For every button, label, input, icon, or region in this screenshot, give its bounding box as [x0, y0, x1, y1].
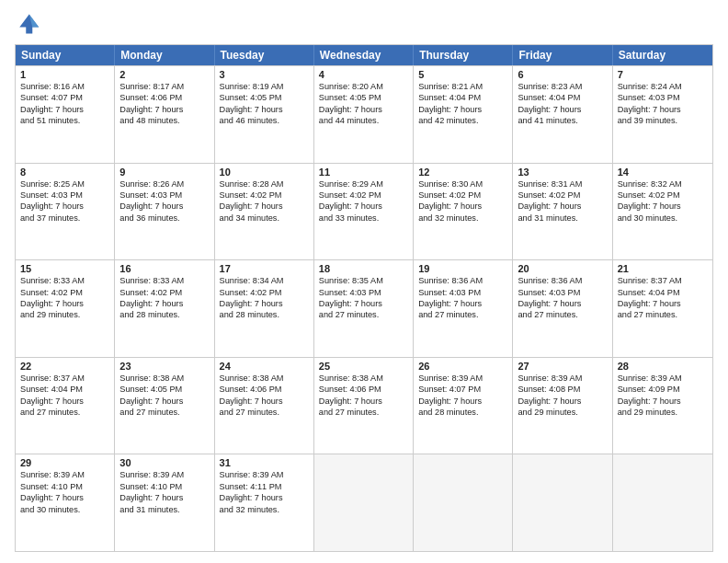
- day-header-monday: Monday: [115, 45, 214, 65]
- day-info-line: Daylight: 7 hours: [618, 201, 708, 212]
- empty-cell: [513, 454, 612, 551]
- day-info-line: Daylight: 7 hours: [119, 104, 209, 115]
- day-info-line: Sunrise: 8:28 AM: [220, 178, 309, 190]
- day-info-line: Sunset: 4:09 PM: [618, 384, 708, 395]
- day-info-line: Daylight: 7 hours: [20, 104, 109, 115]
- calendar-week-4: 22Sunrise: 8:37 AMSunset: 4:04 PMDayligh…: [16, 357, 712, 454]
- day-info-line: and 37 minutes.: [20, 213, 109, 224]
- day-info-line: Sunset: 4:02 PM: [119, 287, 209, 298]
- calendar-week-2: 8Sunrise: 8:25 AMSunset: 4:03 PMDaylight…: [16, 163, 712, 260]
- day-number: 2: [119, 69, 209, 80]
- day-info-line: and 29 minutes.: [618, 407, 708, 418]
- day-cell-12: 12Sunrise: 8:30 AMSunset: 4:02 PMDayligh…: [414, 164, 513, 260]
- day-info-line: and 33 minutes.: [319, 213, 408, 224]
- day-cell-25: 25Sunrise: 8:38 AMSunset: 4:06 PMDayligh…: [314, 358, 414, 454]
- day-number: 3: [220, 69, 309, 80]
- calendar-week-1: 1Sunrise: 8:16 AMSunset: 4:07 PMDaylight…: [16, 65, 712, 163]
- day-info-line: Sunrise: 8:38 AM: [319, 373, 408, 384]
- day-number: 7: [618, 69, 708, 80]
- calendar-week-3: 15Sunrise: 8:33 AMSunset: 4:02 PMDayligh…: [16, 259, 712, 357]
- day-info-line: Sunrise: 8:25 AM: [20, 178, 109, 190]
- day-info-line: and 28 minutes.: [418, 407, 507, 418]
- day-number: 21: [618, 263, 708, 274]
- day-cell-31: 31Sunrise: 8:39 AMSunset: 4:11 PMDayligh…: [215, 454, 314, 551]
- day-number: 23: [119, 361, 209, 372]
- day-number: 24: [220, 361, 309, 372]
- day-info-line: Sunrise: 8:24 AM: [618, 81, 708, 92]
- day-cell-1: 1Sunrise: 8:16 AMSunset: 4:07 PMDaylight…: [16, 66, 115, 163]
- day-info-line: Sunrise: 8:26 AM: [119, 178, 209, 190]
- day-info-line: Daylight: 7 hours: [20, 201, 109, 212]
- day-info-line: Daylight: 7 hours: [518, 396, 607, 407]
- day-info-line: Daylight: 7 hours: [418, 104, 507, 115]
- day-info-line: Daylight: 7 hours: [220, 492, 309, 503]
- day-info-line: Sunrise: 8:21 AM: [418, 81, 507, 92]
- day-info-line: Sunrise: 8:19 AM: [220, 81, 309, 92]
- day-info-line: Sunset: 4:07 PM: [418, 384, 507, 395]
- day-info-line: Sunrise: 8:31 AM: [518, 178, 607, 190]
- day-info-line: and 27 minutes.: [319, 309, 408, 320]
- day-header-tuesday: Tuesday: [215, 45, 314, 65]
- day-info-line: Sunrise: 8:39 AM: [220, 469, 309, 480]
- day-cell-23: 23Sunrise: 8:38 AMSunset: 4:05 PMDayligh…: [115, 358, 214, 454]
- day-cell-8: 8Sunrise: 8:25 AMSunset: 4:03 PMDaylight…: [16, 164, 115, 260]
- day-info-line: and 27 minutes.: [518, 309, 607, 320]
- day-info-line: Sunrise: 8:37 AM: [618, 275, 708, 286]
- day-info-line: Sunrise: 8:23 AM: [518, 81, 607, 92]
- day-info-line: Sunset: 4:02 PM: [220, 190, 309, 201]
- day-info-line: Daylight: 7 hours: [119, 492, 209, 503]
- calendar-body: 1Sunrise: 8:16 AMSunset: 4:07 PMDaylight…: [16, 65, 712, 551]
- day-info-line: Sunset: 4:04 PM: [20, 384, 109, 395]
- day-cell-22: 22Sunrise: 8:37 AMSunset: 4:04 PMDayligh…: [16, 358, 115, 454]
- day-info-line: Sunrise: 8:20 AM: [319, 81, 408, 92]
- day-info-line: Daylight: 7 hours: [220, 104, 309, 115]
- day-number: 6: [518, 69, 607, 80]
- calendar-week-5: 29Sunrise: 8:39 AMSunset: 4:10 PMDayligh…: [16, 454, 712, 551]
- day-info-line: and 31 minutes.: [119, 504, 209, 515]
- day-info-line: Sunrise: 8:16 AM: [20, 81, 109, 92]
- day-cell-20: 20Sunrise: 8:36 AMSunset: 4:03 PMDayligh…: [513, 260, 612, 357]
- day-header-sunday: Sunday: [16, 45, 115, 65]
- day-info-line: Sunset: 4:10 PM: [20, 481, 109, 492]
- day-cell-11: 11Sunrise: 8:29 AMSunset: 4:02 PMDayligh…: [314, 164, 414, 260]
- day-info-line: and 48 minutes.: [119, 115, 209, 126]
- day-info-line: Sunrise: 8:33 AM: [20, 275, 109, 286]
- day-info-line: Sunrise: 8:39 AM: [618, 373, 708, 384]
- day-number: 4: [319, 69, 408, 80]
- day-cell-15: 15Sunrise: 8:33 AMSunset: 4:02 PMDayligh…: [16, 260, 115, 357]
- day-number: 13: [518, 167, 607, 178]
- day-info-line: and 27 minutes.: [418, 309, 507, 320]
- day-info-line: Daylight: 7 hours: [220, 396, 309, 407]
- day-number: 12: [418, 167, 507, 178]
- day-number: 27: [518, 361, 607, 372]
- day-cell-21: 21Sunrise: 8:37 AMSunset: 4:04 PMDayligh…: [613, 260, 712, 357]
- day-info-line: Sunset: 4:03 PM: [319, 287, 408, 298]
- day-info-line: and 30 minutes.: [20, 504, 109, 515]
- day-info-line: Sunrise: 8:29 AM: [319, 178, 408, 190]
- day-number: 11: [319, 167, 408, 178]
- day-number: 1: [20, 69, 109, 80]
- day-number: 31: [220, 457, 309, 468]
- day-info-line: Daylight: 7 hours: [119, 298, 209, 309]
- day-info-line: Daylight: 7 hours: [20, 492, 109, 503]
- day-info-line: Daylight: 7 hours: [418, 201, 507, 212]
- day-number: 22: [20, 361, 109, 372]
- day-cell-18: 18Sunrise: 8:35 AMSunset: 4:03 PMDayligh…: [314, 260, 414, 357]
- day-info-line: Daylight: 7 hours: [518, 201, 607, 212]
- day-info-line: Sunset: 4:03 PM: [20, 190, 109, 201]
- day-info-line: Sunrise: 8:35 AM: [319, 275, 408, 286]
- day-info-line: and 27 minutes.: [220, 407, 309, 418]
- day-info-line: Sunset: 4:02 PM: [618, 190, 708, 201]
- day-info-line: Sunset: 4:05 PM: [319, 92, 408, 103]
- day-info-line: Sunrise: 8:34 AM: [220, 275, 309, 286]
- day-info-line: Sunrise: 8:30 AM: [418, 178, 507, 190]
- day-info-line: Daylight: 7 hours: [119, 201, 209, 212]
- day-number: 29: [20, 457, 109, 468]
- day-cell-7: 7Sunrise: 8:24 AMSunset: 4:03 PMDaylight…: [613, 66, 712, 163]
- day-info-line: Daylight: 7 hours: [20, 298, 109, 309]
- day-info-line: Sunset: 4:02 PM: [319, 190, 408, 201]
- day-number: 17: [220, 263, 309, 274]
- day-number: 28: [618, 361, 708, 372]
- day-info-line: Sunset: 4:06 PM: [119, 92, 209, 103]
- day-header-saturday: Saturday: [613, 45, 712, 65]
